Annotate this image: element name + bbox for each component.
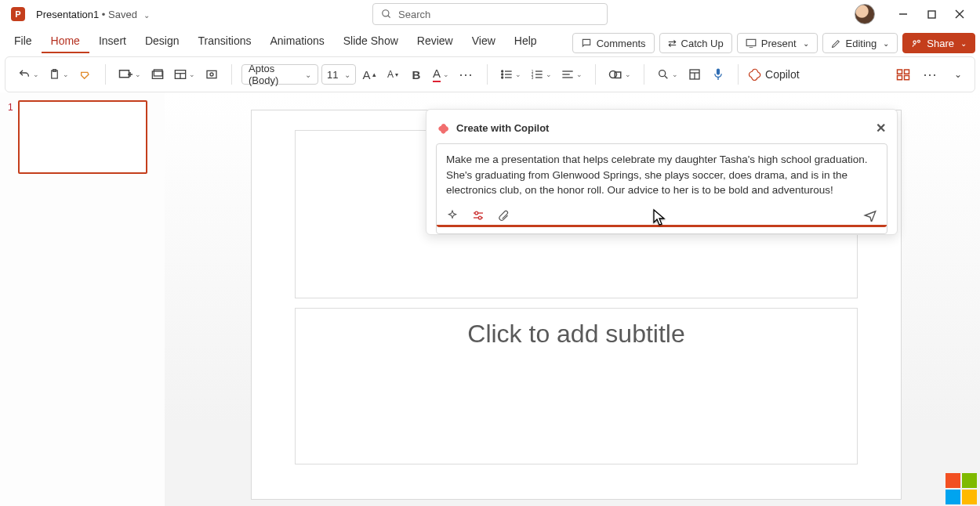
chevron-down-icon: ⌄ xyxy=(960,39,967,48)
present-button[interactable]: Present ⌄ xyxy=(737,33,818,53)
font-color-button[interactable]: A⌄ xyxy=(430,63,452,85)
designer-button[interactable] xyxy=(684,63,705,85)
microsoft-logo xyxy=(946,473,977,504)
section-button[interactable] xyxy=(201,63,222,85)
svg-rect-48 xyxy=(898,76,902,80)
font-selector[interactable]: Aptos (Body) ⌄ xyxy=(241,64,318,85)
svg-point-39 xyxy=(659,70,666,77)
svg-point-51 xyxy=(475,211,478,215)
search-input[interactable]: Search xyxy=(372,3,608,25)
copilot-close-button[interactable]: ✕ xyxy=(876,121,886,136)
slide[interactable]: Click to add title Click to add subtitle… xyxy=(251,110,902,500)
svg-rect-47 xyxy=(905,70,909,74)
ribbon: ⌄ ⌄ ⌄ ⌄ Aptos (Body) ⌄ 11 ⌄ A▴ A▾ B A⌄ ⋯… xyxy=(5,56,975,92)
tab-design[interactable]: Design xyxy=(136,30,189,53)
svg-rect-6 xyxy=(746,39,756,45)
svg-point-8 xyxy=(913,41,916,44)
svg-point-9 xyxy=(918,40,920,42)
slide-canvas-area[interactable]: Click to add title Click to add subtitle… xyxy=(165,92,980,506)
maximize-button[interactable] xyxy=(917,3,946,25)
chevron-down-icon: ⌄ xyxy=(803,39,809,48)
svg-rect-20 xyxy=(207,70,216,78)
new-slide-button[interactable]: ⌄ xyxy=(115,63,144,85)
bold-button[interactable]: B xyxy=(406,63,426,85)
svg-point-26 xyxy=(502,77,503,78)
chevron-down-icon: ⌄ xyxy=(344,70,350,79)
document-title[interactable]: Presentation1 • Saved ⌄ xyxy=(36,9,150,20)
align-button[interactable]: ⌄ xyxy=(558,63,586,85)
tab-review[interactable]: Review xyxy=(408,30,463,53)
sparkle-icon[interactable] xyxy=(446,209,459,222)
editing-button[interactable]: Editing ⌄ xyxy=(822,33,898,53)
ribbon-collapse-button[interactable]: ⌄ xyxy=(948,63,968,85)
svg-text:3: 3 xyxy=(532,76,534,80)
adjust-icon[interactable] xyxy=(471,209,485,222)
share-button[interactable]: Share ⌄ xyxy=(902,33,975,53)
more-font-button[interactable]: ⋯ xyxy=(456,63,477,85)
search-placeholder: Search xyxy=(398,9,430,20)
catchup-button[interactable]: ⇄ Catch Up xyxy=(659,33,732,53)
grow-font-button[interactable]: A▴ xyxy=(359,63,379,85)
svg-point-53 xyxy=(478,216,481,219)
tab-slideshow[interactable]: Slide Show xyxy=(334,30,408,53)
shrink-font-button[interactable]: A▾ xyxy=(383,63,403,85)
copilot-icon xyxy=(437,122,450,135)
copilot-header: Create with Copilot xyxy=(456,122,549,134)
numbering-button[interactable]: 123⌄ xyxy=(528,63,555,85)
svg-point-21 xyxy=(210,73,213,76)
send-button[interactable] xyxy=(863,209,877,222)
reuse-slides-button[interactable] xyxy=(147,63,168,85)
minimize-button[interactable] xyxy=(889,3,917,25)
svg-rect-44 xyxy=(717,68,720,74)
comments-button[interactable]: Comments xyxy=(572,33,655,53)
tab-insert[interactable]: Insert xyxy=(89,30,136,53)
slide-thumbnail-pane[interactable]: 1 xyxy=(0,92,165,506)
dictate-button[interactable] xyxy=(708,63,728,85)
svg-rect-3 xyxy=(928,11,935,18)
tab-view[interactable]: View xyxy=(463,30,505,53)
paste-button[interactable]: ⌄ xyxy=(45,63,72,85)
copilot-accent-bar xyxy=(437,225,887,227)
svg-line-40 xyxy=(665,76,667,78)
tab-file[interactable]: File xyxy=(5,30,42,53)
svg-point-0 xyxy=(383,10,389,16)
svg-rect-16 xyxy=(154,70,162,76)
chevron-down-icon: ⌄ xyxy=(143,11,150,20)
user-avatar[interactable] xyxy=(855,4,875,24)
chevron-down-icon: ⌄ xyxy=(305,70,311,79)
chevron-down-icon: ⌄ xyxy=(883,39,889,48)
svg-rect-49 xyxy=(905,76,909,80)
svg-rect-46 xyxy=(898,70,902,74)
svg-point-24 xyxy=(502,74,503,75)
tab-home[interactable]: Home xyxy=(42,30,89,53)
svg-point-22 xyxy=(502,70,503,72)
tab-animations[interactable]: Animations xyxy=(260,30,333,53)
tab-transitions[interactable]: Transitions xyxy=(189,30,261,53)
subtitle-placeholder[interactable]: Click to add subtitle xyxy=(295,308,858,464)
grid-view-button[interactable] xyxy=(893,63,913,85)
slide-thumbnail-1[interactable] xyxy=(18,100,147,174)
thumb-number: 1 xyxy=(8,102,13,174)
bullets-button[interactable]: ⌄ xyxy=(497,63,524,85)
svg-line-1 xyxy=(388,16,390,18)
font-size-selector[interactable]: 11 ⌄ xyxy=(321,64,356,85)
shapes-button[interactable]: ⌄ xyxy=(605,63,634,85)
find-button[interactable]: ⌄ xyxy=(654,63,681,85)
svg-rect-12 xyxy=(120,70,129,78)
copilot-button[interactable]: Copilot xyxy=(745,67,803,81)
close-button[interactable] xyxy=(946,3,974,25)
copilot-prompt-box[interactable]: Make me a presentation that helps celebr… xyxy=(436,143,887,234)
copilot-popup: Create with Copilot ✕ Make me a presenta… xyxy=(426,109,898,235)
tab-help[interactable]: Help xyxy=(505,30,546,53)
format-painter-button[interactable] xyxy=(75,63,96,85)
ribbon-more-button[interactable]: ⋯ xyxy=(920,63,942,85)
layout-button[interactable]: ⌄ xyxy=(171,63,198,85)
doc-name: Presentation1 xyxy=(36,9,99,20)
saved-status: • Saved xyxy=(102,9,137,20)
copilot-prompt-text[interactable]: Make me a presentation that helps celebr… xyxy=(446,152,877,198)
attach-icon[interactable] xyxy=(498,209,510,222)
app-icon: P xyxy=(11,7,25,21)
undo-button[interactable]: ⌄ xyxy=(15,63,42,85)
